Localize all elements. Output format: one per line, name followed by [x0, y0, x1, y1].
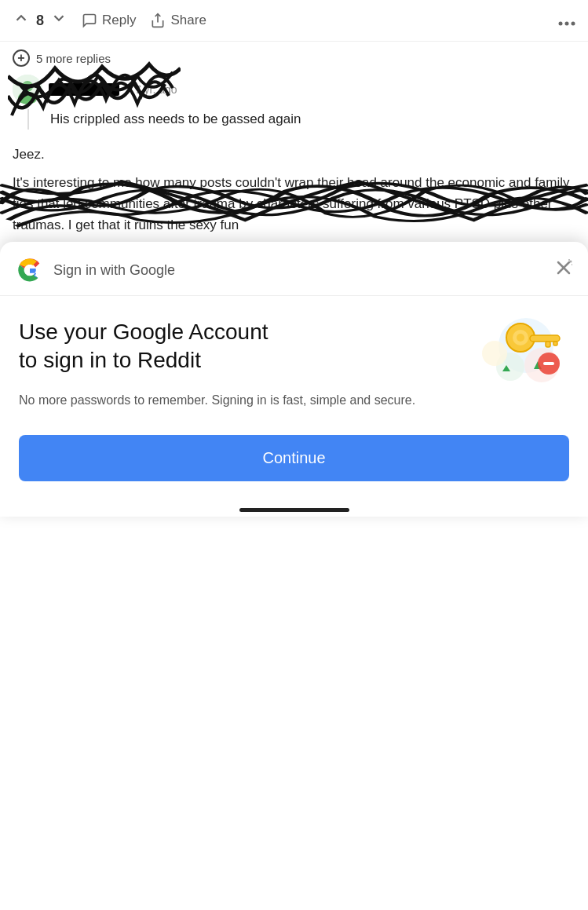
google-modal-body: Use your Google Accountto sign in to Red…	[0, 296, 588, 429]
downvote-button[interactable]	[50, 9, 68, 31]
google-logo-icon	[16, 256, 44, 284]
continue-button-area: Continue	[0, 429, 588, 500]
user-row: · 7 yr. ago	[13, 75, 575, 104]
username-redacted	[49, 83, 119, 96]
google-text-column: Use your Google Accountto sign in to Red…	[19, 318, 455, 410]
google-signin-modal: Sign in with Google Use your Google Acco…	[0, 242, 588, 517]
google-modal-header: Sign in with Google	[0, 242, 588, 296]
reddit-comment-section: 8 Reply Share	[0, 0, 588, 236]
action-bar: 8 Reply Share	[0, 0, 588, 42]
reply-label: Reply	[102, 13, 136, 28]
svg-point-1	[559, 22, 563, 26]
more-options-button[interactable]	[558, 10, 575, 31]
svg-point-11	[568, 259, 570, 261]
main-body-container: It's interesting to me how many posts co…	[0, 172, 588, 236]
more-replies-row[interactable]: + 5 more replies	[0, 42, 588, 71]
google-signin-title: Use your Google Accountto sign in to Red…	[19, 318, 455, 375]
share-label: Share	[170, 13, 206, 28]
svg-rect-19	[530, 335, 560, 342]
thread-line	[27, 109, 29, 130]
upvote-button[interactable]	[13, 9, 30, 31]
svg-rect-21	[553, 342, 557, 345]
svg-point-5	[22, 81, 33, 92]
share-button[interactable]: Share	[150, 13, 206, 28]
svg-rect-20	[546, 342, 550, 347]
svg-point-10	[572, 264, 572, 265]
home-bar	[239, 508, 349, 512]
svg-point-3	[572, 22, 575, 26]
google-signin-description: No more passwords to remember. Signing i…	[19, 391, 455, 410]
svg-point-15	[482, 341, 507, 366]
svg-rect-25	[543, 362, 554, 365]
comment-timestamp: 7 yr. ago	[135, 83, 177, 96]
home-indicator	[0, 500, 588, 517]
google-signin-header-text: Sign in with Google	[53, 262, 546, 279]
reply-button[interactable]: Reply	[82, 13, 136, 28]
vote-group: 8	[13, 9, 68, 31]
continue-button[interactable]: Continue	[19, 435, 569, 481]
comment-thread: · 7 yr. ago His crippled ass needs to be…	[0, 71, 588, 147]
expand-replies-icon: +	[13, 49, 30, 67]
avatar	[13, 75, 42, 104]
comment-text: His crippled ass needs to be gassed agai…	[50, 109, 575, 130]
svg-point-2	[565, 22, 569, 26]
google-key-illustration	[467, 310, 569, 397]
comment-content: His crippled ass needs to be gassed agai…	[13, 109, 575, 130]
svg-point-9	[570, 261, 572, 263]
main-body-text: It's interesting to me how many posts co…	[0, 172, 588, 236]
separator-dot: ·	[126, 83, 129, 96]
jeez-text: Jeez.	[0, 147, 588, 163]
more-replies-text: 5 more replies	[36, 52, 111, 65]
vote-count: 8	[36, 13, 44, 29]
svg-point-18	[517, 334, 524, 342]
google-modal-close-button[interactable]	[555, 259, 572, 281]
svg-point-6	[18, 92, 37, 104]
